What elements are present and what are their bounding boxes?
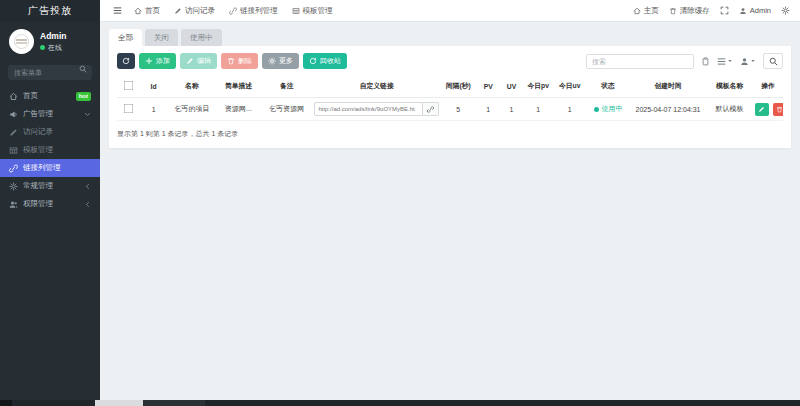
search-icon (769, 57, 778, 66)
col-header-pv[interactable]: PV (477, 75, 500, 98)
cell-today-uv: 1 (553, 98, 586, 121)
settings-button[interactable] (781, 6, 790, 15)
user-name: Admin (40, 31, 66, 41)
tab-closed[interactable]: 关闭 (145, 29, 178, 46)
sidebar-user-panel: Admin 在线 (0, 22, 100, 59)
hamburger-menu-button[interactable] (108, 6, 127, 15)
topbar: 首页 访问记录 链接列管理 模板管理 主页 清 (100, 0, 800, 22)
col-header-template[interactable]: 模板名称 (706, 75, 753, 98)
row-checkbox[interactable] (124, 104, 134, 114)
col-header-today-pv[interactable]: 今日pv (523, 75, 553, 98)
pencil-icon (186, 57, 194, 65)
pagination-info: 显示第 1 到第 1 条记录，总共 1 条记录 (117, 129, 783, 139)
toolbar: 添加 编辑 删除 更多 (117, 53, 783, 69)
cell-note: 乞丐资源网 (260, 98, 313, 121)
link-icon (9, 164, 18, 173)
cell-id: 1 (140, 98, 167, 121)
col-header-today-uv[interactable]: 今日uv (553, 75, 586, 98)
hot-badge: hot (76, 92, 91, 101)
col-header-status[interactable]: 状态 (586, 75, 629, 98)
search-button[interactable] (763, 53, 783, 69)
sidebar-item-label: 首页 (23, 91, 38, 101)
sidebar-item-permission-management[interactable]: 权限管理 (0, 195, 100, 213)
toggle-view-button[interactable] (701, 57, 710, 66)
home-icon (9, 92, 18, 101)
online-status-dot (40, 45, 45, 50)
export-dropdown-button[interactable] (740, 57, 756, 66)
sidebar-item-home[interactable]: 首页 hot (0, 87, 100, 105)
more-button[interactable]: 更多 (262, 53, 299, 69)
records-table: Id 名称 简单描述 备注 自定义链接 间隔(秒) PV UV 今日pv 今日u… (117, 75, 783, 121)
link-icon (427, 106, 434, 113)
trash-icon (227, 57, 235, 65)
sidebar-item-label: 模板管理 (23, 145, 53, 155)
col-header-name[interactable]: 名称 (167, 75, 217, 98)
homepage-button[interactable]: 主页 (633, 6, 659, 16)
topbar-username: Admin (750, 6, 771, 15)
table-icon (9, 146, 18, 155)
content-area: 全部 关闭 使用中 添加 编辑 (100, 22, 800, 400)
table-search-input[interactable] (586, 54, 694, 69)
sidebar-item-label: 广告管理 (23, 109, 53, 119)
sidebar-item-general-management[interactable]: 常规管理 (0, 177, 100, 195)
sidebar-item-link-management[interactable]: 链接列管理 (0, 159, 100, 177)
topnav-visit-records[interactable]: 访问记录 (167, 0, 222, 21)
search-icon (79, 65, 87, 73)
select-all-checkbox[interactable] (124, 81, 134, 91)
status-dot (594, 107, 599, 112)
sidebar: 广告投放 Admin 在线 首页 hot 广告管理 (0, 0, 100, 400)
sidebar-item-label: 常规管理 (23, 181, 53, 191)
sidebar-item-ad-management[interactable]: 广告管理 (0, 105, 100, 123)
edit-button[interactable]: 编辑 (180, 53, 217, 69)
home-icon (134, 7, 142, 15)
col-header-uv[interactable]: UV (500, 75, 523, 98)
topnav-home[interactable]: 首页 (127, 0, 167, 21)
status-badge: 使用中 (594, 104, 623, 114)
trash-icon (776, 106, 783, 113)
col-header-created[interactable]: 创建时间 (630, 75, 707, 98)
cell-status: 使用中 (586, 98, 629, 121)
topnav-template-management[interactable]: 模板管理 (285, 0, 340, 21)
toolbar-right (586, 53, 783, 69)
sidebar-item-template-management[interactable]: 模板管理 (0, 141, 100, 159)
taskbar-segment (0, 400, 12, 406)
col-header-desc[interactable]: 简单描述 (217, 75, 260, 98)
taskbar-segment (95, 400, 143, 406)
copy-link-button[interactable] (423, 102, 439, 116)
delete-button[interactable]: 删除 (221, 53, 258, 69)
user-icon (740, 57, 749, 66)
gear-icon (268, 57, 276, 65)
chevron-left-icon (84, 201, 91, 208)
tab-in-use[interactable]: 使用中 (181, 29, 222, 46)
expand-icon (720, 6, 729, 15)
cell-uv: 1 (500, 98, 523, 121)
row-delete-button[interactable] (773, 103, 783, 116)
refresh-button[interactable] (117, 53, 135, 69)
recycle-bin-button[interactable]: 回收站 (303, 53, 347, 69)
row-edit-button[interactable] (755, 103, 769, 116)
table-row[interactable]: 1 乞丐的项目 资源网... 乞丐资源网 (117, 98, 783, 121)
col-header-custom-link[interactable]: 自定义链接 (313, 75, 440, 98)
columns-dropdown-button[interactable] (717, 57, 733, 66)
cell-interval: 5 (440, 98, 477, 121)
app-window: 广告投放 Admin 在线 首页 hot 广告管理 (0, 0, 800, 400)
avatar[interactable] (9, 29, 34, 54)
app-title: 广告投放 (0, 0, 100, 22)
chevron-left-icon (84, 183, 91, 190)
custom-link-input[interactable] (314, 102, 423, 116)
sidebar-item-visit-records[interactable]: 访问记录 (0, 123, 100, 141)
tab-all[interactable]: 全部 (109, 29, 142, 46)
table-card: 添加 编辑 删除 更多 (109, 46, 791, 148)
col-header-note[interactable]: 备注 (260, 75, 313, 98)
col-header-interval[interactable]: 间隔(秒) (440, 75, 477, 98)
clear-cache-button[interactable]: 清除缓存 (669, 6, 710, 16)
gear-icon (9, 182, 18, 191)
caret-down-icon (727, 58, 733, 64)
fullscreen-button[interactable] (720, 6, 729, 15)
topnav-link-management[interactable]: 链接列管理 (222, 0, 285, 21)
col-header-id[interactable]: Id (140, 75, 167, 98)
chevron-down-icon (84, 111, 91, 118)
user-menu[interactable]: Admin (739, 6, 771, 15)
cell-template: 默认模板 (706, 98, 753, 121)
add-button[interactable]: 添加 (139, 53, 176, 69)
